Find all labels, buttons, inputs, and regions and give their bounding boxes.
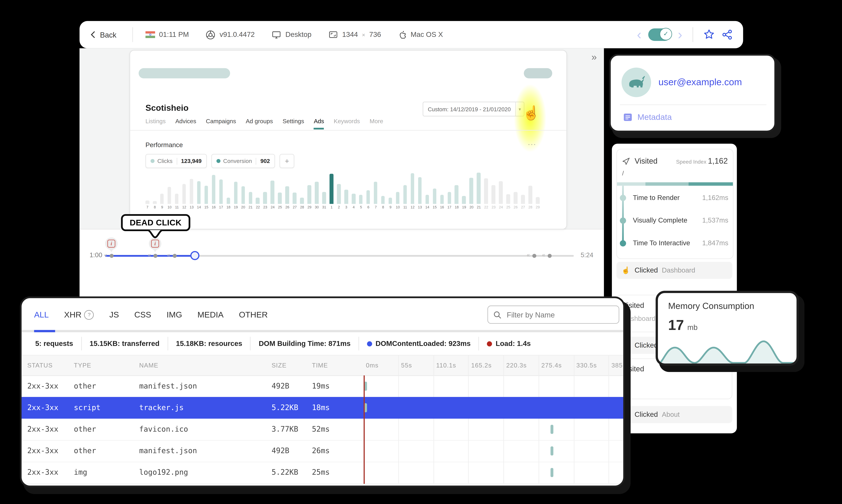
- chart-x-label: 28: [299, 205, 306, 209]
- summary-item: Load: 1.4s: [479, 337, 539, 350]
- preview-tab-advices[interactable]: Advices: [175, 118, 196, 129]
- cell-time: 19ms: [312, 375, 330, 397]
- event-action: Visited: [622, 365, 644, 373]
- help-icon: ?: [84, 310, 94, 319]
- user-email[interactable]: user@example.com: [659, 77, 742, 87]
- device-label: Desktop: [285, 31, 311, 39]
- issue-marker[interactable]: i: [105, 237, 118, 250]
- player-header: Back 01:11 PM v91.0.4472 Desktop 1344 × …: [79, 21, 743, 48]
- column-header-time: TIME: [312, 356, 328, 375]
- chart-bar: [167, 187, 171, 204]
- section-title: Performance: [145, 141, 183, 148]
- network-tab-label: XHR: [64, 310, 82, 319]
- network-tab-img[interactable]: IMG: [166, 310, 182, 319]
- table-row[interactable]: 2xx-3xximglogo192.png5.22KB25ms: [21, 462, 623, 484]
- chart-bar: [440, 194, 444, 204]
- cell-name: manifest.json: [139, 375, 197, 397]
- preview-tab-ad-groups[interactable]: Ad groups: [246, 118, 273, 129]
- event-row-clicked[interactable]: ☝ClickedDashboard: [616, 262, 732, 279]
- add-metric-button[interactable]: +: [280, 154, 294, 168]
- network-tab-css[interactable]: CSS: [134, 310, 151, 319]
- chart-bar: [300, 198, 304, 204]
- chart-x-label: 8: [151, 205, 159, 209]
- chart-bar: [285, 186, 289, 204]
- chart-x-label: 8: [379, 205, 387, 209]
- event-row-clicked[interactable]: ☝ClickedAbout: [616, 406, 732, 423]
- next-session-button[interactable]: ›: [678, 29, 682, 40]
- time-column-header: 330.5s: [576, 356, 597, 375]
- cell-time: 52ms: [312, 418, 330, 440]
- favorite-star-icon[interactable]: [703, 29, 715, 40]
- preview-tab-listings[interactable]: Listings: [145, 118, 166, 129]
- chart-x-label: 21: [475, 205, 482, 209]
- dead-click-callout: DEAD CLICK: [121, 214, 191, 231]
- time-column-header: 385.6: [611, 356, 625, 375]
- chart-bar: [271, 180, 274, 204]
- navigate-icon: [622, 157, 631, 166]
- timeline-event-dot[interactable]: [532, 254, 536, 258]
- chart-bar: [491, 185, 495, 204]
- summary-text: 15.18KB: resources: [176, 340, 242, 347]
- chart-x-label: 25: [504, 205, 512, 209]
- autoplay-toggle[interactable]: ✓: [648, 29, 671, 41]
- network-tab-xhr[interactable]: XHR?: [64, 310, 94, 319]
- visited-metrics-card[interactable]: Visited Speed Index 1,162 / Time to Rend…: [616, 149, 733, 259]
- summary-item: 5: requests: [27, 337, 82, 350]
- prev-session-button[interactable]: ‹: [637, 29, 642, 40]
- metadata-label[interactable]: Metadata: [638, 112, 672, 122]
- network-tab-js[interactable]: JS: [109, 310, 119, 319]
- metric-chip-conversion[interactable]: Conversion902: [211, 154, 275, 168]
- chart-bar: [411, 173, 414, 204]
- section-menu-icon[interactable]: ···: [528, 140, 536, 148]
- network-tab-label: MEDIA: [198, 310, 223, 319]
- timeline-event-dot[interactable]: [548, 254, 552, 258]
- chart-bar: [263, 192, 267, 204]
- back-button[interactable]: Back: [90, 30, 117, 39]
- collapse-panel-icon[interactable]: »: [591, 52, 597, 63]
- chart-x-label: 30: [313, 205, 321, 209]
- resolution-x: ×: [362, 32, 365, 38]
- header-right-divider: [693, 27, 693, 42]
- timing-dot-icon: [620, 217, 626, 224]
- network-tab-other[interactable]: OTHER: [239, 310, 268, 319]
- chart-bar: [256, 198, 259, 204]
- metric-chip-clicks[interactable]: Clicks123,949: [145, 154, 207, 168]
- chart-x-label: 20: [468, 205, 475, 209]
- chart-bar: [462, 196, 466, 204]
- cursor-pointer-icon: ☝: [523, 105, 540, 121]
- timeline-playhead[interactable]: [190, 251, 199, 260]
- metric-label: Clicks: [158, 158, 173, 164]
- chart-x-label: 20: [239, 205, 247, 209]
- metric-label: Conversion: [223, 158, 252, 164]
- chart-bar: [278, 193, 282, 204]
- table-row[interactable]: 2xx-3xxothermanifest.json492B26ms: [21, 440, 623, 463]
- timeline-event-dot[interactable]: [173, 254, 177, 258]
- preview-tab-keywords[interactable]: Keywords: [334, 118, 360, 129]
- toggle-knob: ✓: [660, 28, 672, 40]
- preview-tab-ads[interactable]: Ads: [314, 118, 324, 129]
- network-tab-media[interactable]: MEDIA: [198, 310, 223, 319]
- apple-os-icon: [398, 30, 407, 39]
- user-card-divider: [620, 105, 766, 105]
- table-row[interactable]: 2xx-3xxscripttracker.js5.22KB18ms: [21, 397, 623, 418]
- issue-marker[interactable]: i: [149, 237, 161, 250]
- date-range-select[interactable]: Custom: 14/12/2019 - 21/01/2020 ▾: [423, 102, 524, 116]
- summary-item: DOMContentLoaded: 923ms: [359, 337, 479, 350]
- chart-x-label: 28: [527, 205, 534, 209]
- preview-tab-more[interactable]: More: [370, 118, 383, 129]
- chart-x-label: 12: [180, 205, 188, 209]
- time-column-header: 55s: [401, 356, 412, 375]
- cell-name: logo192.png: [139, 462, 188, 483]
- preview-tab-settings[interactable]: Settings: [283, 118, 304, 129]
- cell-status: 2xx-3xx: [27, 418, 58, 440]
- network-summary: 5: requests15.15KB: transferred15.18KB: …: [21, 332, 623, 356]
- table-row[interactable]: 2xx-3xxotherfavicon.ico3.77KB52ms: [21, 418, 623, 441]
- share-icon[interactable]: [722, 29, 733, 40]
- network-tab-all[interactable]: ALL: [34, 310, 49, 319]
- filter-input[interactable]: [506, 310, 610, 319]
- table-row[interactable]: 2xx-3xxothermanifest.json492B19ms: [21, 375, 623, 398]
- chart-x-label: 7: [144, 205, 151, 209]
- chart-x-axis: 7891011121314151617181920212223242526272…: [145, 205, 543, 211]
- timeline-total: 5:24: [581, 252, 593, 258]
- preview-tab-campaigns[interactable]: Campaigns: [206, 118, 236, 129]
